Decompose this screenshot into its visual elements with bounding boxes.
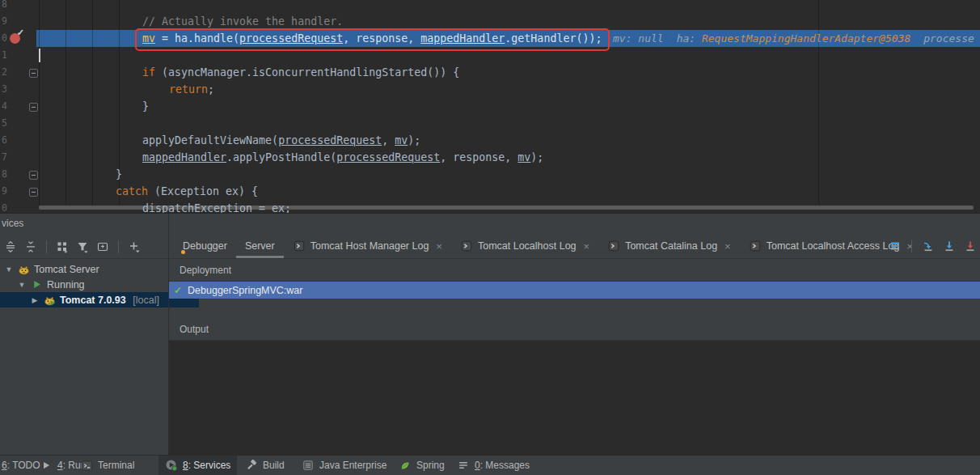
statusbar-item-label: 0: Messages (475, 460, 530, 471)
ide-screen: 8901234567890// Actually invoke the hand… (0, 0, 980, 475)
code-line[interactable]: } (116, 166, 122, 183)
server-tab-content: Deployment ✓DebuggerSpringMVC:war Output (169, 259, 980, 455)
statusbar-item-run[interactable]: 4: Run (40, 456, 86, 475)
line-number: 4 (2, 98, 11, 115)
label-text: : TODO (7, 460, 40, 471)
debug-hint: processe (923, 30, 974, 47)
tab-label: Tomcat Catalina Log (625, 240, 717, 252)
download-red-icon[interactable] (964, 240, 977, 252)
services-tool-window: vices ▼Tomcat Server▼Running▶Tomcat 7.0.… (0, 213, 980, 455)
close-icon[interactable]: × (436, 240, 442, 252)
tab-label: Server (245, 240, 275, 252)
editor-horizontal-scrollbar[interactable] (39, 206, 974, 210)
close-icon[interactable]: × (724, 240, 731, 252)
inline-debugger-hints: mv: nullha: RequestMappingHandlerAdapter… (613, 30, 974, 47)
code-token: ); (408, 134, 420, 146)
statusbar-item-label: Java Enterprise (319, 460, 387, 471)
fold-marker-icon[interactable] (29, 103, 38, 112)
breakpoint-icon[interactable]: ✓ (10, 33, 20, 44)
code-line[interactable]: mappedHandler.applyPostHandle(processedR… (142, 149, 543, 166)
tomcat-run-icon (43, 294, 56, 307)
log-tab-toolbar (889, 234, 977, 258)
code-line[interactable]: catch (Exception ex) { (116, 183, 258, 200)
tree-item-label: Tomcat 7.0.93 (60, 295, 126, 306)
statusbar-item-spring[interactable]: Spring (399, 456, 445, 475)
hammer-icon (245, 459, 258, 472)
indent-guide (39, 0, 40, 205)
tab-server[interactable]: Server (236, 234, 284, 258)
statusbar-item-todo[interactable]: 6: TODO (2, 456, 40, 475)
statusbar-item-services[interactable]: 8: Services (158, 456, 237, 475)
code-line[interactable]: } (142, 98, 149, 115)
line-number: 3 (2, 81, 11, 98)
chevron-down-icon[interactable]: ▼ (5, 265, 13, 274)
code-token: return (169, 83, 208, 95)
group-by-icon[interactable] (56, 240, 69, 253)
deployment-row-debuggerspringmvc-war[interactable]: ✓DebuggerSpringMVC:war (169, 282, 980, 299)
server-tab-bar: DebuggerServerTomcat Host Manager Log×To… (169, 234, 922, 258)
tree-item-tomcat-server[interactable]: ▼Tomcat Server (0, 261, 173, 277)
code-token: mv (395, 134, 408, 146)
statusbar-item-terminal[interactable]: Terminal (80, 456, 134, 475)
code-token: ); (530, 151, 543, 163)
execution-statement-red-frame (135, 28, 610, 51)
tab-tomcat-host-manager-log[interactable]: Tomcat Host Manager Log× (284, 234, 451, 258)
statusbar-item-label: Terminal (98, 460, 134, 471)
new-window-icon[interactable] (96, 240, 109, 253)
chevron-down-icon[interactable]: ▼ (18, 281, 26, 289)
fold-marker-icon[interactable] (29, 188, 38, 197)
statusbar-item-java-enterprise[interactable]: Java Enterprise (302, 456, 387, 475)
mnemonic: 0 (475, 460, 480, 471)
mnemonic: 8 (183, 460, 188, 471)
tab-tomcat-catalina-log[interactable]: Tomcat Catalina Log× (598, 234, 740, 258)
code-token: // Actually invoke the handler. (142, 15, 343, 28)
debug-hint: RequestMappingHandlerAdapter@5038 (702, 30, 910, 47)
add-service-icon[interactable] (128, 240, 141, 253)
filter-icon[interactable] (76, 240, 89, 253)
code-token: processedRequest (336, 151, 440, 163)
statusbar-item-messages[interactable]: 0: Messages (457, 456, 530, 475)
tab-label: Tomcat Localhost Access Log (767, 240, 900, 252)
line-number: 5 (2, 115, 11, 132)
output-header: Output (180, 324, 209, 335)
code-line[interactable]: if (asyncManager.isConcurrentHandlingSta… (142, 64, 459, 81)
statusbar-item-label: 8: Services (183, 460, 230, 471)
code-token: (Exception ex) { (148, 185, 258, 197)
code-token: processedRequest (278, 134, 382, 146)
line-number: 8 (2, 166, 11, 183)
fold-marker-icon[interactable] (29, 69, 38, 78)
tomcat-icon (17, 263, 30, 276)
code-token: if (142, 66, 155, 78)
tree-item-running[interactable]: ▼Running (0, 277, 186, 292)
download-blue-icon[interactable] (943, 240, 956, 252)
code-line[interactable]: return; (169, 81, 214, 98)
collapse-all-icon[interactable] (24, 240, 37, 253)
console-icon (460, 240, 473, 252)
chevron-right-icon[interactable]: ▶ (31, 296, 39, 304)
list-view-icon[interactable] (889, 240, 902, 252)
code-token: mv (517, 151, 530, 163)
line-number: 1 (2, 47, 11, 64)
fold-marker-icon[interactable] (29, 171, 38, 180)
code-token: , (382, 134, 395, 146)
expand-all-icon[interactable] (4, 240, 17, 253)
run-green-icon (30, 278, 43, 291)
label-text: Spring (416, 460, 445, 471)
code-token: } (116, 168, 122, 180)
code-line[interactable]: applyDefaultViewName(processedRequest, m… (142, 132, 420, 149)
scroll-to-end-icon[interactable] (922, 240, 935, 252)
label-text: Build (263, 460, 285, 471)
mnemonic: 4 (57, 460, 63, 471)
tab-label: Tomcat Host Manager Log (310, 240, 429, 252)
console-icon (749, 240, 762, 252)
close-icon[interactable]: × (584, 240, 590, 252)
tab-debugger[interactable]: Debugger (174, 234, 236, 258)
output-console[interactable] (169, 341, 980, 455)
tab-tomcat-localhost-log[interactable]: Tomcat Localhost Log× (451, 234, 598, 258)
tree-item-label: Running (47, 279, 85, 291)
code-editor[interactable]: 8901234567890// Actually invoke the hand… (0, 0, 980, 213)
services-left-pane: ▼Tomcat Server▼Running▶Tomcat 7.0.93 [lo… (0, 214, 168, 455)
statusbar-item-build[interactable]: Build (245, 456, 285, 475)
label-text: Terminal (98, 460, 134, 471)
code-line[interactable]: // Actually invoke the handler. (142, 13, 343, 30)
